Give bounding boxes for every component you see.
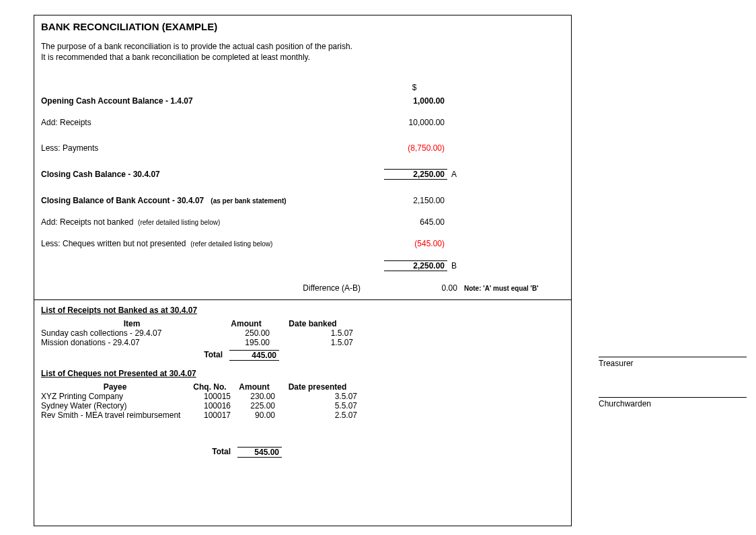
receipts-header-amount: Amount <box>223 319 272 328</box>
receipts-amount: 250.00 <box>223 328 272 338</box>
cheques-header-amount: Amount <box>233 382 278 392</box>
receipts-date: 1.5.07 <box>272 338 356 347</box>
table-row: XYZ Printing Company 100015 230.00 3.5.0… <box>41 392 564 401</box>
add-receipts-value: 10,000.00 <box>384 118 447 127</box>
currency-header: $ <box>384 83 447 92</box>
add-receipts-label: Add: Receipts <box>41 118 384 127</box>
cheques-date: 5.5.07 <box>278 401 360 411</box>
closing-cash-label: Closing Cash Balance - 30.4.07 <box>41 170 384 179</box>
receipts-total-label: Total <box>41 350 229 361</box>
add-notbanked-sub: (refer detailed listing below) <box>138 219 220 226</box>
opening-balance-label: Opening Cash Account Balance - 1.4.07 <box>41 96 384 106</box>
bank-closing-label: Closing Balance of Bank Account - 30.4.0… <box>41 196 384 205</box>
cheques-no: 100015 <box>189 392 233 401</box>
difference-note: Note: 'A' must equal 'B' <box>460 285 564 292</box>
cheques-header-no: Chq. No. <box>189 382 233 392</box>
cheques-no: 100016 <box>189 401 233 411</box>
purpose-line1: The purpose of a bank reconciliation is … <box>41 42 352 51</box>
cheques-payee: XYZ Printing Company <box>41 392 189 401</box>
receipts-title: List of Receipts not Banked as at 30.4.0… <box>41 306 564 315</box>
less-payments-label: Less: Payments <box>41 143 384 153</box>
cheques-header-payee: Payee <box>41 382 189 392</box>
cheques-payee: Rev Smith - MEA travel reimbursement <box>41 411 189 420</box>
main-document: BANK RECONCILIATION (EXAMPLE) The purpos… <box>34 15 572 526</box>
purpose-line2: It is recommended that a bank reconcilia… <box>41 52 310 62</box>
cheques-header-date: Date presented <box>278 382 360 392</box>
receipts-item: Sunday cash collections - 29.4.07 <box>41 328 223 338</box>
less-cheques-sub: (refer detailed listing below) <box>190 240 272 248</box>
divider <box>34 299 571 300</box>
cheques-table: Payee Chq. No. Amount Date presented XYZ… <box>41 382 564 458</box>
receipts-date: 1.5.07 <box>272 328 356 338</box>
closing-cash-value: 2,250.00 <box>384 169 447 180</box>
receipts-amount: 195.00 <box>223 338 272 347</box>
cheques-date: 2.5.07 <box>278 411 360 420</box>
cheques-amount: 90.00 <box>233 411 278 420</box>
bank-closing-sub: (as per bank statement) <box>211 197 286 205</box>
difference-value: 0.00 <box>401 283 460 293</box>
less-payments-value: (8,750.00) <box>384 143 447 153</box>
receipts-header-item: Item <box>41 319 223 328</box>
table-row: Rev Smith - MEA travel reimbursement 100… <box>41 411 564 420</box>
bank-total-letter: B <box>447 261 559 271</box>
table-row: Sydney Water (Rectory) 100016 225.00 5.5… <box>41 401 564 411</box>
cheques-title: List of Cheques not Presented at 30.4.07 <box>41 369 564 378</box>
cheques-amount: 225.00 <box>233 401 278 411</box>
add-notbanked-value: 645.00 <box>384 217 447 227</box>
cheques-total-value: 545.00 <box>237 447 282 458</box>
receipts-table: Item Amount Date banked Sunday cash coll… <box>41 319 564 361</box>
less-cheques-label: Less: Cheques written but not presented … <box>41 239 384 248</box>
closing-cash-letter: A <box>447 170 559 179</box>
receipts-item: Mission donations - 29.4.07 <box>41 338 223 347</box>
bank-closing-value: 2,150.00 <box>384 196 447 205</box>
cheques-amount: 230.00 <box>233 392 278 401</box>
difference-label: Difference (A-B) <box>41 283 401 293</box>
bank-closing-label-text: Closing Balance of Bank Account - 30.4.0… <box>41 196 204 205</box>
cheques-total-label: Total <box>41 447 237 458</box>
opening-balance-value: 1,000.00 <box>384 96 447 106</box>
cheques-date: 3.5.07 <box>278 392 360 401</box>
add-notbanked-label: Add: Receipts not banked (refer detailed… <box>41 217 384 227</box>
cheques-payee: Sydney Water (Rectory) <box>41 401 189 411</box>
add-notbanked-label-text: Add: Receipts not banked <box>41 217 133 227</box>
table-row: Mission donations - 29.4.07 195.00 1.5.0… <box>41 338 564 347</box>
cheques-no: 100017 <box>189 411 233 420</box>
less-cheques-label-text: Less: Cheques written but not presented <box>41 239 186 248</box>
receipts-total-value: 445.00 <box>229 350 279 361</box>
bank-total-value: 2,250.00 <box>384 260 447 271</box>
table-row: Sunday cash collections - 29.4.07 250.00… <box>41 328 564 338</box>
receipts-header-date: Date banked <box>272 319 356 328</box>
signature-treasurer: Treasurer <box>599 357 747 368</box>
less-cheques-value: (545.00) <box>384 239 447 248</box>
page-title: BANK RECONCILIATION (EXAMPLE) <box>41 21 564 32</box>
signature-churchwarden: Churchwarden <box>599 397 747 408</box>
purpose-text: The purpose of a bank reconciliation is … <box>41 42 564 63</box>
